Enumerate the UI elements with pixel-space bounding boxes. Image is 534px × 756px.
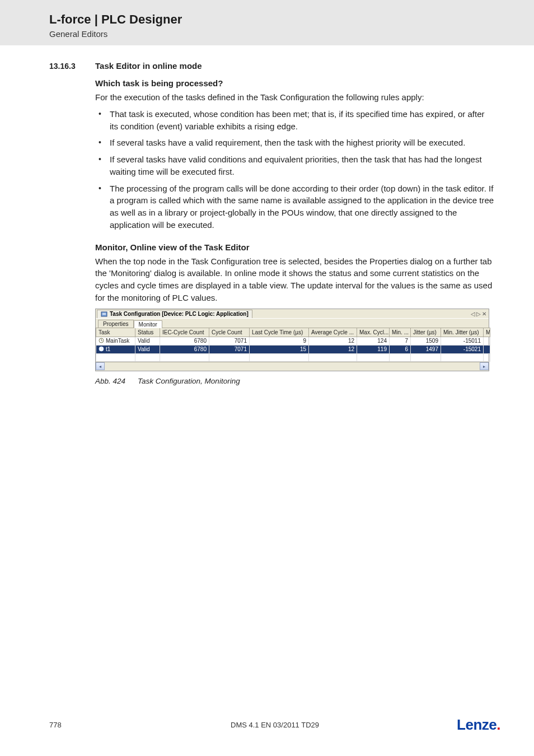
section-number: 13.16.3 [49, 62, 95, 71]
task-config-icon [101, 311, 107, 318]
section-body: Which task is being processed? For the e… [95, 78, 495, 385]
content-area: 13.16.3 Task Editor in online mode Which… [0, 45, 534, 385]
section-question: Which task is being processed? [95, 78, 495, 88]
cell-value: -15021 [441, 345, 484, 353]
col-header[interactable]: Task [96, 328, 135, 337]
table-header-row: Task Status IEC-Cycle Count Cycle Count … [96, 328, 490, 337]
monitor-table: Task Status IEC-Cycle Count Cycle Count … [96, 328, 490, 362]
cell-value: -15011 [441, 337, 484, 345]
caption-label: Abb. 424 [95, 377, 125, 385]
tab-label: Properties [103, 321, 129, 327]
intro-paragraph: For the execution of the tasks defined i… [95, 91, 495, 104]
cell-value: 6780 [160, 337, 209, 345]
cell-value: 12 [309, 345, 357, 353]
cell-value: 7071 [209, 345, 250, 353]
col-header[interactable]: Status [135, 328, 160, 337]
tab-monitor[interactable]: Monitor [134, 320, 162, 328]
window-tab-bar: Task Configuration [Device: PLC Logic: A… [96, 309, 489, 318]
cell-value: 124 [357, 337, 390, 345]
scroll-right-icon[interactable]: ▸ [480, 362, 489, 370]
col-header[interactable]: Min. ... [390, 328, 411, 337]
table-row[interactable]: MainTask Valid 6780 7071 9 12 124 7 1509… [96, 337, 490, 345]
window-tab-label: Task Configuration [Device: PLC Logic: A… [110, 311, 249, 317]
list-item: The processing of the program calls will… [95, 183, 495, 231]
section-heading-row: 13.16.3 Task Editor in online mode [49, 61, 495, 71]
doc-subtitle: General Editors [49, 29, 534, 39]
list-item: If several tasks have a valid requiremen… [95, 137, 495, 149]
rules-list: That task is executed, whose condition h… [95, 108, 495, 231]
figure-caption: Abb. 424 Task Configuration, Monitoring [95, 377, 495, 385]
cell-value: 1497 [411, 345, 441, 353]
col-header[interactable]: IEC-Cycle Count [160, 328, 209, 337]
col-header[interactable]: Min. Jitter (µs) [441, 328, 484, 337]
cell-task: t1 [96, 345, 135, 353]
task-clock-icon [99, 346, 104, 353]
cell-value: 6780 [160, 345, 209, 353]
section-title: Task Editor in online mode [95, 61, 202, 71]
list-item: If several tasks have valid conditions a… [95, 153, 495, 178]
window-tab-controls: ◁ ▷ ✕ [471, 311, 488, 317]
cell-value [484, 345, 490, 353]
svg-rect-2 [102, 314, 106, 315]
col-header[interactable]: Max. Cycl... [357, 328, 390, 337]
col-header[interactable]: Average Cycle ... [309, 328, 357, 337]
cell-value: 7071 [209, 337, 250, 345]
monitor-paragraph: When the top node in the Task Configurat… [95, 255, 495, 304]
page-header: L-force | PLC Designer General Editors [0, 0, 534, 45]
sub-tab-bar: Properties Monitor [96, 318, 489, 328]
cell-value: MainTask [106, 338, 129, 344]
doc-title: L-force | PLC Designer [49, 12, 534, 27]
cell-value: 7 [390, 337, 411, 345]
col-header[interactable]: Last Cycle Time (µs) [250, 328, 309, 337]
window-tab[interactable]: Task Configuration [Device: PLC Logic: A… [97, 310, 252, 318]
task-config-window: Task Configuration [Device: PLC Logic: A… [95, 309, 489, 371]
tab-label: Monitor [139, 321, 157, 328]
brand-text: Lenze [457, 716, 496, 733]
col-header[interactable]: Cycle Count [209, 328, 250, 337]
prev-tab-icon[interactable]: ◁ [471, 311, 475, 317]
brand-dot-icon: . [496, 716, 500, 733]
monitor-panel: Task Status IEC-Cycle Count Cycle Count … [96, 328, 489, 371]
cell-value: t1 [106, 346, 110, 352]
subsection-heading: Monitor, Online view of the Task Editor [95, 242, 495, 252]
scroll-left-icon[interactable]: ◂ [96, 362, 105, 370]
task-clock-icon [99, 338, 104, 344]
cell-value: 6 [390, 345, 411, 353]
col-header[interactable]: M [484, 328, 490, 337]
svg-rect-1 [102, 313, 106, 314]
table-row[interactable]: t1 Valid 6780 7071 15 12 119 6 1497 -150… [96, 345, 490, 353]
scroll-track[interactable] [105, 362, 480, 370]
cell-value: Valid [135, 337, 160, 345]
brand-logo: Lenze. [455, 716, 500, 734]
page-footer: 778 DMS 4.1 EN 03/2011 TD29 Lenze. [49, 716, 500, 734]
next-tab-icon[interactable]: ▷ [476, 311, 481, 317]
cell-value [484, 337, 490, 345]
cell-value: Valid [135, 345, 160, 353]
horizontal-scrollbar[interactable]: ◂ ▸ [96, 362, 489, 371]
cell-value: 9 [250, 337, 309, 345]
cell-value: 15 [250, 345, 309, 353]
tab-properties[interactable]: Properties [98, 320, 134, 328]
cell-value: 119 [357, 345, 390, 353]
table-row [96, 353, 490, 361]
cell-value: 12 [309, 337, 357, 345]
page-number: 778 [49, 721, 62, 729]
caption-text: Task Configuration, Monitoring [138, 377, 240, 385]
cell-value: 1509 [411, 337, 441, 345]
footer-doc-id: DMS 4.1 EN 03/2011 TD29 [231, 721, 319, 729]
col-header[interactable]: Jitter (µs) [411, 328, 441, 337]
list-item: That task is executed, whose condition h… [95, 108, 495, 133]
cell-task: MainTask [96, 337, 135, 345]
close-icon[interactable]: ✕ [482, 311, 486, 317]
